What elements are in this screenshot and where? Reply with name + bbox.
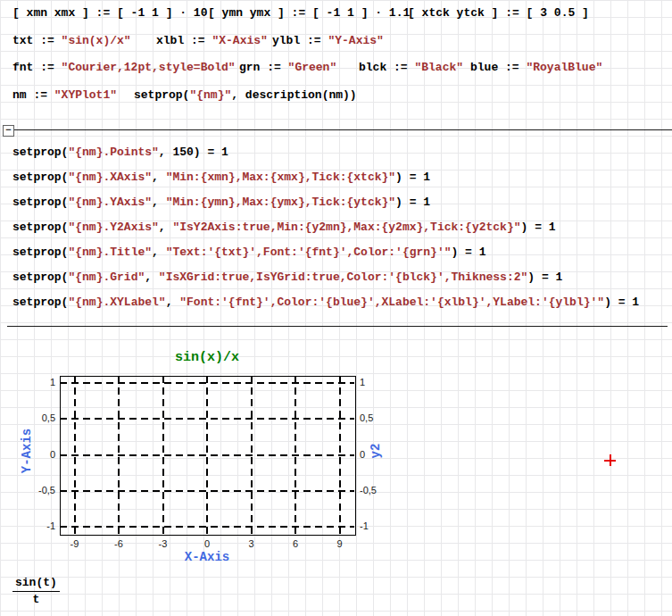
string-literal: "Green" <box>288 61 337 74</box>
math-region-setprop-grid[interactable]: setprop("{nm}.Grid", "IsXGrid:true,IsYGr… <box>12 271 562 284</box>
x-tick-label: 6 <box>278 538 313 549</box>
string-literal: "IsXGrid:true,IsYGrid:true,Color:'{blck}… <box>159 271 527 284</box>
math-region-setprop-xylabel[interactable]: setprop("{nm}.XYLabel", "Font:'{fnt}',Co… <box>12 296 639 309</box>
collapse-section-icon[interactable]: − <box>3 125 14 137</box>
y-tick-label: -1 <box>20 520 55 531</box>
math-text: ylbl := <box>272 34 328 47</box>
worksheet[interactable]: − [ xmn xmx ] := [ -1 1 ] · 10[ ymn ymx … <box>0 0 672 616</box>
math-text: , 150) = 1 <box>159 146 228 159</box>
math-text: xlbl := <box>156 34 212 47</box>
y2-axis-label: y2 <box>369 412 383 489</box>
grid-line-horizontal <box>60 526 354 528</box>
math-region-fraction[interactable]: sin(t) t <box>12 576 60 606</box>
math-text: setprop( <box>12 296 68 309</box>
math-text: setprop( <box>12 246 68 259</box>
string-literal: "IsY2Axis:true,Min:{y2mn},Max:{y2mx},Tic… <box>172 221 520 234</box>
math-text: txt := <box>12 34 62 47</box>
math-text: , <box>152 246 166 259</box>
math-text: setprop( <box>12 196 68 209</box>
fraction-denominator: t <box>12 592 60 606</box>
math-text: ) = 1 <box>604 296 639 309</box>
string-literal: "Y-Axis" <box>328 34 383 47</box>
x-axis-label: X-Axis <box>136 550 278 564</box>
math-text: ) = 1 <box>521 221 556 234</box>
math-region-def-ylbl[interactable]: ylbl := "Y-Axis" <box>272 34 384 47</box>
x-tick-label: 3 <box>234 538 270 549</box>
plot-title: sin(x)/x <box>136 350 278 365</box>
y2-tick-label: 1 <box>360 377 395 387</box>
string-literal: "RoyalBlue" <box>526 61 602 74</box>
math-region-setprop-points[interactable]: setprop("{nm}.Points", 150) = 1 <box>12 146 228 159</box>
math-text: [ ymn ymx ] := [ -1 1 ] · 1.1 <box>208 6 410 20</box>
string-literal: "{nm}.Grid" <box>68 271 145 284</box>
plot-box <box>60 376 356 536</box>
math-text: , <box>159 221 173 234</box>
xy-plot-region[interactable]: sin(x)/x -9-6-30369110,50,500-0,5-0,5-1-… <box>0 346 411 570</box>
x-tick-label: 0 <box>189 538 225 549</box>
math-text: setprop( <box>134 88 189 102</box>
math-text: grn := <box>239 61 288 74</box>
math-region-setprop-y2axis[interactable]: setprop("{nm}.Y2Axis", "IsY2Axis:true,Mi… <box>12 221 556 234</box>
y-tick-label: 1 <box>20 377 55 387</box>
math-text: , <box>166 296 180 309</box>
math-region-def-fnt[interactable]: fnt := "Courier,12pt,style=Bold" <box>12 61 236 74</box>
math-text: ) = 1 <box>395 171 430 184</box>
math-text: , description(nm)) <box>231 88 356 102</box>
y-axis-label: Y-Axis <box>20 412 34 489</box>
cursor-cross-icon <box>610 454 611 466</box>
math-text: , <box>145 271 159 284</box>
string-literal: "X-Axis" <box>212 34 267 47</box>
string-literal: "sin(x)/x" <box>62 34 131 47</box>
math-region-def-grn[interactable]: grn := "Green" <box>239 61 336 74</box>
math-text: ) = 1 <box>527 271 562 284</box>
math-region-setprop-description[interactable]: setprop("{nm}", description(nm)) <box>134 88 357 102</box>
string-literal: "Min:{xmn},Max:{xmx},Tick:{xtck}" <box>166 171 395 184</box>
string-literal: "{nm}.Y2Axis" <box>68 221 158 234</box>
math-region-def-y-range[interactable]: [ ymn ymx ] := [ -1 1 ] · 1.1 <box>208 6 410 20</box>
math-text: , <box>152 171 166 184</box>
section-separator-top <box>14 129 672 130</box>
fraction-numerator: sin(t) <box>12 576 60 591</box>
math-region-def-txt[interactable]: txt := "sin(x)/x" <box>12 34 131 47</box>
string-literal: "Font:'{fnt}',Color:'{blue}',XLabel:'{xl… <box>179 296 604 309</box>
grid-line-horizontal <box>60 454 354 456</box>
string-literal: "Courier,12pt,style=Bold" <box>62 61 236 74</box>
math-text: fnt := <box>12 61 62 74</box>
string-literal: "{nm}.Title" <box>68 246 152 259</box>
math-region-def-blck[interactable]: blck := "Black" <box>359 61 463 74</box>
string-literal: "{nm}.YAxis" <box>68 196 152 209</box>
string-literal: "{nm}.XAxis" <box>68 171 152 184</box>
math-region-setprop-title[interactable]: setprop("{nm}.Title", "Text:'{txt}',Font… <box>12 246 486 259</box>
string-literal: "{nm}" <box>189 88 231 102</box>
math-text: [ xtck ytck ] := [ 3 0.5 ] <box>408 6 589 20</box>
math-region-def-xlbl[interactable]: xlbl := "X-Axis" <box>156 34 268 47</box>
math-text: setprop( <box>12 271 68 284</box>
section-separator-bottom <box>7 326 668 327</box>
math-region-def-blue[interactable]: blue := "RoyalBlue" <box>470 61 602 74</box>
insertion-cursor[interactable] <box>604 454 616 466</box>
x-tick-label: -3 <box>145 538 181 549</box>
x-tick-label: 9 <box>322 538 358 549</box>
math-text: blue := <box>470 61 526 74</box>
math-region-def-ticks[interactable]: [ xtck ytck ] := [ 3 0.5 ] <box>408 6 589 20</box>
string-literal: "XYPlot1" <box>54 88 117 102</box>
math-text: ) = 1 <box>452 246 486 259</box>
math-region-setprop-xaxis[interactable]: setprop("{nm}.XAxis", "Min:{xmn},Max:{xm… <box>12 171 430 184</box>
math-region-def-x-range[interactable]: [ xmn xmx ] := [ -1 1 ] · 10 <box>12 6 207 20</box>
grid-line-horizontal <box>60 382 354 384</box>
string-literal: "Black" <box>414 61 463 74</box>
math-text: setprop( <box>12 221 68 234</box>
y2-tick-label: -1 <box>360 520 395 531</box>
x-tick-label: -6 <box>101 538 137 549</box>
grid-line-horizontal <box>60 418 354 420</box>
math-text: setprop( <box>12 171 68 184</box>
math-text: setprop( <box>12 146 68 159</box>
math-region-setprop-yaxis[interactable]: setprop("{nm}.YAxis", "Min:{ymn},Max:{ym… <box>12 196 430 209</box>
math-text: blck := <box>359 61 414 74</box>
math-region-def-nm[interactable]: nm := "XYPlot1" <box>12 88 117 102</box>
x-tick-label: -9 <box>57 538 93 549</box>
string-literal: "Min:{ymn},Max:{ymx},Tick:{ytck}" <box>166 196 395 209</box>
math-text: , <box>152 196 166 209</box>
grid-line-horizontal <box>60 490 354 492</box>
math-text: nm := <box>12 88 54 102</box>
